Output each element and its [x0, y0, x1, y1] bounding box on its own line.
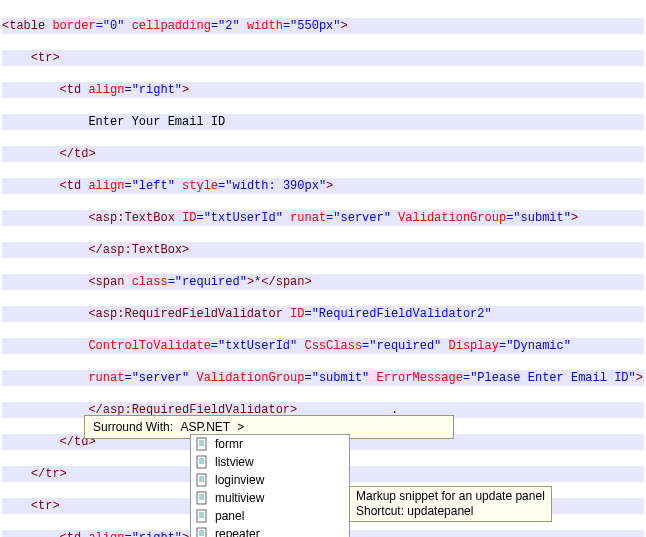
- file-icon: [195, 455, 209, 469]
- code-line: Enter Your Email ID: [2, 114, 644, 130]
- file-icon: [195, 491, 209, 505]
- snippet-item-label: loginview: [215, 473, 264, 487]
- code-line: ControlToValidate="txtUserId" CssClass="…: [2, 338, 644, 354]
- code-line: </td>: [2, 146, 644, 162]
- code-line: <asp:RequiredFieldValidator ID="Required…: [2, 306, 644, 322]
- snippet-item-formr[interactable]: formr: [191, 435, 349, 453]
- svg-rect-12: [197, 492, 206, 504]
- surround-with-path[interactable]: ASP.NET: [180, 420, 230, 434]
- code-line: <span class="required">*</span>: [2, 274, 644, 290]
- snippet-item-multiview[interactable]: multiview: [191, 489, 349, 507]
- tooltip-desc: Markup snippet for an update panel: [356, 489, 545, 504]
- file-icon: [195, 437, 209, 451]
- code-line: <table border="0" cellpadding="2" width=…: [2, 18, 644, 34]
- snippet-item-panel[interactable]: panel: [191, 507, 349, 525]
- snippet-item-listview[interactable]: listview: [191, 453, 349, 471]
- snippet-item-repeater[interactable]: repeater: [191, 525, 349, 537]
- file-icon: [195, 509, 209, 523]
- snippet-item-label: panel: [215, 509, 244, 523]
- snippet-item-label: listview: [215, 455, 254, 469]
- snippet-item-label: repeater: [215, 527, 260, 537]
- file-icon: [195, 473, 209, 487]
- snippet-dropdown[interactable]: formr listview loginview multiview panel…: [190, 434, 350, 537]
- code-line: <tr>: [2, 50, 644, 66]
- svg-rect-16: [197, 510, 206, 522]
- svg-rect-4: [197, 456, 206, 468]
- surround-with-label: Surround With:: [93, 420, 173, 434]
- code-line: runat="server" ValidationGroup="submit" …: [2, 370, 644, 386]
- code-line: <td align="right">: [2, 82, 644, 98]
- code-line: <td align="left" style="width: 390px">: [2, 178, 644, 194]
- svg-rect-8: [197, 474, 206, 486]
- code-line: <asp:TextBox ID="txtUserId" runat="serve…: [2, 210, 644, 226]
- svg-rect-0: [197, 438, 206, 450]
- snippet-item-loginview[interactable]: loginview: [191, 471, 349, 489]
- tooltip-shortcut: Shortcut: updatepanel: [356, 504, 545, 519]
- file-icon: [195, 527, 209, 537]
- snippet-item-label: multiview: [215, 491, 264, 505]
- code-line: </asp:TextBox>: [2, 242, 644, 258]
- snippet-item-label: formr: [215, 437, 243, 451]
- snippet-tooltip: Markup snippet for an update panel Short…: [349, 486, 552, 522]
- chevron-right-icon: >: [237, 420, 244, 434]
